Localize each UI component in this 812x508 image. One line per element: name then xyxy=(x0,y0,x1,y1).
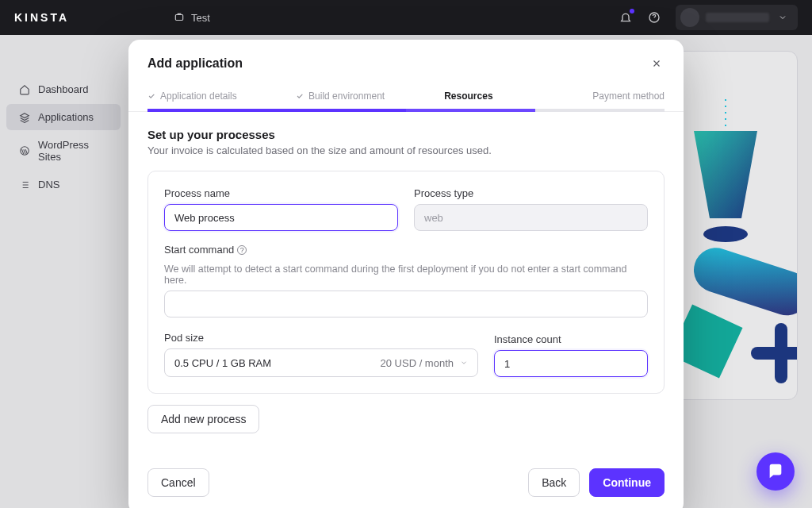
start-command-label: Start command ? xyxy=(164,244,648,256)
add-process-button[interactable]: Add new process xyxy=(147,405,259,433)
continue-button[interactable]: Continue xyxy=(589,468,665,497)
pod-size-label: Pod size xyxy=(164,332,478,344)
step-build-environment[interactable]: Build environment xyxy=(296,83,444,111)
company-label: Test xyxy=(191,12,210,24)
section-subtitle: Your invoice is calculated based on the … xyxy=(147,144,665,156)
close-icon xyxy=(651,58,662,69)
step-application-details[interactable]: Application details xyxy=(147,83,296,111)
info-icon[interactable]: ? xyxy=(237,245,247,255)
wizard-stepper: Application details Build environment Re… xyxy=(128,83,684,112)
help-icon[interactable] xyxy=(647,10,661,25)
topbar: KINSTA Test xyxy=(0,0,812,35)
chat-launcher[interactable] xyxy=(756,452,795,491)
cancel-button[interactable]: Cancel xyxy=(147,468,209,497)
company-switcher[interactable]: Test xyxy=(172,10,210,25)
close-button[interactable] xyxy=(649,56,665,71)
check-icon xyxy=(147,92,155,100)
company-icon xyxy=(172,10,186,25)
chevron-down-icon xyxy=(460,359,468,367)
process-name-input[interactable] xyxy=(164,204,398,231)
brand-logo: KINSTA xyxy=(14,11,69,24)
chat-icon xyxy=(767,463,784,480)
instance-count-input[interactable] xyxy=(494,350,648,377)
step-label: Build environment xyxy=(308,90,385,102)
process-type-label: Process type xyxy=(414,187,648,199)
add-application-modal: Add application Application details Buil… xyxy=(128,40,684,508)
chevron-down-icon xyxy=(776,10,790,25)
process-card: Process name Process type Start command … xyxy=(147,171,665,394)
start-command-hint: We will attempt to detect a start comman… xyxy=(164,264,648,286)
modal-title: Add application xyxy=(147,56,243,71)
section-title: Set up your processes xyxy=(147,128,665,141)
user-menu[interactable] xyxy=(676,5,798,30)
step-resources[interactable]: Resources xyxy=(444,83,592,111)
process-name-label: Process name xyxy=(164,187,398,199)
step-label: Payment method xyxy=(592,90,665,102)
step-payment-method[interactable]: Payment method xyxy=(592,83,665,111)
notifications-icon[interactable] xyxy=(619,10,633,25)
avatar xyxy=(680,8,699,27)
user-name xyxy=(706,13,769,22)
process-type-input xyxy=(414,204,648,231)
back-button[interactable]: Back xyxy=(528,468,580,497)
pod-size-price: 20 USD / month xyxy=(381,357,454,369)
step-label: Resources xyxy=(444,90,492,102)
pod-size-select[interactable]: 0.5 CPU / 1 GB RAM 20 USD / month xyxy=(164,348,478,377)
check-icon xyxy=(296,92,304,100)
instance-count-label: Instance count xyxy=(494,333,648,345)
pod-size-value: 0.5 CPU / 1 GB RAM xyxy=(174,357,271,369)
svg-rect-0 xyxy=(175,15,182,21)
step-label: Application details xyxy=(160,90,237,102)
start-command-input[interactable] xyxy=(164,291,648,318)
